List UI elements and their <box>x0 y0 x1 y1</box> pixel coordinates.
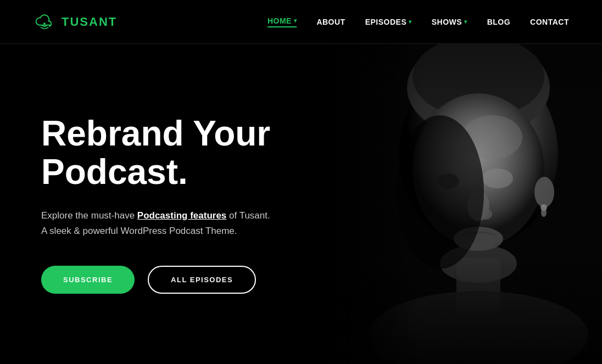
hero-portrait-container <box>316 44 602 364</box>
main-nav: HOME ▾ ABOUT EPISODES ▾ SHOWS ▾ BLOG CON… <box>267 16 569 27</box>
podcasting-features-link[interactable]: Podcasting features <box>137 210 227 221</box>
nav-home[interactable]: HOME ▾ <box>267 16 297 27</box>
svg-point-18 <box>541 208 547 217</box>
svg-point-16 <box>534 177 554 208</box>
all-episodes-button[interactable]: ALL EPISODES <box>148 266 256 294</box>
nav-contact[interactable]: CONTACT <box>530 18 569 26</box>
hero-portrait-image <box>316 44 602 364</box>
nav-shows[interactable]: SHOWS ▾ <box>432 18 467 26</box>
hero-section: Rebrand Your Podcast. Explore the must-h… <box>0 44 602 364</box>
site-header: TUSANT HOME ▾ ABOUT EPISODES ▾ SHOWS ▾ B… <box>0 0 602 44</box>
svg-rect-20 <box>316 44 426 364</box>
brand-name: TUSANT <box>62 15 117 29</box>
chevron-down-icon: ▾ <box>409 19 412 25</box>
nav-episodes[interactable]: EPISODES ▾ <box>365 18 412 26</box>
nav-about[interactable]: ABOUT <box>316 18 345 26</box>
logo-link[interactable]: TUSANT <box>33 10 117 33</box>
svg-rect-21 <box>316 44 602 110</box>
chevron-down-icon: ▾ <box>464 19 467 25</box>
svg-point-1 <box>43 22 46 24</box>
subscribe-button[interactable]: SUBSCRIBE <box>41 266 135 294</box>
nav-blog[interactable]: BLOG <box>487 18 510 26</box>
svg-point-15 <box>396 115 484 269</box>
svg-point-8 <box>482 169 513 188</box>
podcast-cloud-icon <box>33 10 56 33</box>
svg-rect-22 <box>316 253 602 364</box>
chevron-down-icon: ▾ <box>294 18 297 24</box>
